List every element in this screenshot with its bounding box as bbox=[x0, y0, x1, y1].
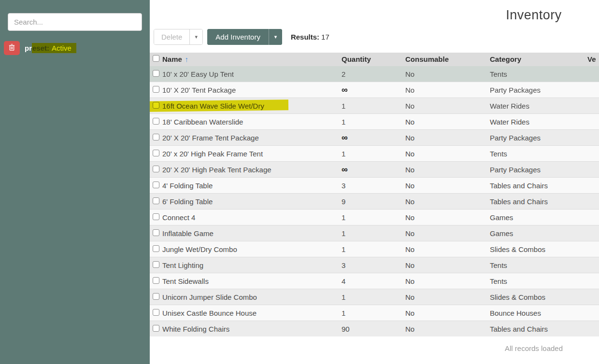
item-name: 10' X 20' Tent Package bbox=[162, 86, 342, 94]
item-quantity: 1 bbox=[342, 309, 405, 317]
table-row[interactable]: Inflatable Game 1 No Games bbox=[150, 225, 599, 241]
table-row[interactable]: Tent Lighting 3 No Tents bbox=[150, 257, 599, 273]
preset-label-rest: eset: bbox=[32, 44, 49, 52]
row-checkbox[interactable] bbox=[153, 102, 159, 109]
item-consumable: No bbox=[405, 182, 490, 190]
search-input[interactable] bbox=[8, 13, 142, 31]
table-row[interactable]: White Folding Chairs 90 No Tables and Ch… bbox=[150, 321, 599, 336]
table-row[interactable]: Jungle Wet/Dry Combo 1 No Slides & Combo… bbox=[150, 241, 599, 257]
row-checkbox[interactable] bbox=[153, 229, 159, 236]
delete-dropdown-caret[interactable]: ▾ bbox=[189, 29, 202, 44]
select-all-checkbox[interactable] bbox=[153, 55, 159, 62]
item-category: Party Packages bbox=[490, 134, 587, 142]
item-quantity: 1 bbox=[342, 245, 405, 253]
add-inventory-split-button: Add Inventory ▾ bbox=[207, 29, 282, 45]
results-label: Results: bbox=[291, 33, 319, 41]
table-row[interactable]: 20' X 20' Frame Tent Package ∞ No Party … bbox=[150, 129, 599, 145]
add-inventory-button[interactable]: Add Inventory bbox=[207, 29, 269, 45]
row-checkbox[interactable] bbox=[153, 182, 159, 188]
item-category: Party Packages bbox=[490, 166, 587, 174]
sidebar: preset:Active bbox=[0, 0, 150, 364]
app-window: preset:Active Inventory Delete ▾ Add Inv… bbox=[0, 0, 599, 364]
main-panel: Inventory Delete ▾ Add Inventory ▾ Resul… bbox=[150, 0, 599, 364]
table-row[interactable]: 4' Folding Table 3 No Tables and Chairs bbox=[150, 177, 599, 193]
row-checkbox[interactable] bbox=[153, 245, 159, 252]
item-quantity: ∞ bbox=[342, 133, 405, 143]
item-consumable: No bbox=[405, 277, 490, 285]
item-name: Tent Sidewalls bbox=[162, 277, 342, 285]
row-checkbox[interactable] bbox=[153, 309, 159, 316]
table-row[interactable]: 10' X 20' Tent Package ∞ No Party Packag… bbox=[150, 82, 599, 98]
column-header-consumable[interactable]: Consumable bbox=[405, 55, 490, 63]
row-checkbox[interactable] bbox=[153, 134, 159, 140]
item-name: Unisex Castle Bounce House bbox=[162, 309, 342, 317]
item-name: White Folding Chairs bbox=[162, 325, 342, 333]
table-row[interactable]: Connect 4 1 No Games bbox=[150, 209, 599, 225]
table-row[interactable]: 20' x 20' High Peak Frame Tent 1 No Tent… bbox=[150, 145, 599, 161]
item-name: 20' X 20' High Peak Tent Package bbox=[162, 166, 342, 174]
row-checkbox[interactable] bbox=[153, 150, 159, 156]
item-quantity: 9 bbox=[342, 197, 405, 206]
item-category: Tables and Chairs bbox=[490, 197, 587, 206]
item-name: Tent Lighting bbox=[162, 261, 342, 269]
row-checkbox[interactable] bbox=[153, 118, 159, 125]
item-consumable: No bbox=[405, 118, 490, 126]
results-count: Results:17 bbox=[291, 33, 329, 41]
table-row[interactable]: 10' x 20' Easy Up Tent 2 No Tents bbox=[150, 66, 599, 82]
item-consumable: No bbox=[405, 166, 490, 174]
item-consumable: No bbox=[405, 70, 490, 78]
item-quantity: 3 bbox=[342, 261, 405, 269]
table-row[interactable]: 16ft Ocean Wave Slide Wet/Dry 1 No Water… bbox=[150, 98, 599, 113]
row-checkbox[interactable] bbox=[153, 86, 159, 93]
item-name: Jungle Wet/Dry Combo bbox=[162, 245, 342, 253]
row-checkbox[interactable] bbox=[153, 70, 159, 77]
item-name: 20' x 20' High Peak Frame Tent bbox=[162, 150, 342, 158]
table-row[interactable]: Tent Sidewalls 4 No Tents bbox=[150, 273, 599, 289]
table-row[interactable]: Unisex Castle Bounce House 1 No Bounce H… bbox=[150, 305, 599, 321]
column-label-name: Name bbox=[162, 55, 182, 63]
row-checkbox[interactable] bbox=[153, 213, 159, 220]
row-checkbox[interactable] bbox=[153, 277, 159, 284]
preset-delete-button[interactable] bbox=[4, 41, 20, 55]
item-quantity: 1 bbox=[342, 293, 405, 301]
row-checkbox[interactable] bbox=[153, 293, 159, 300]
item-consumable: No bbox=[405, 229, 490, 238]
item-category: Water Rides bbox=[490, 102, 587, 110]
row-checkbox[interactable] bbox=[153, 166, 159, 172]
item-name: 10' x 20' Easy Up Tent bbox=[162, 70, 342, 78]
table-row[interactable]: Unicorn Jumper Slide Combo 1 No Slides &… bbox=[150, 289, 599, 305]
item-quantity: ∞ bbox=[342, 85, 405, 95]
column-header-name[interactable]: Name ↑ bbox=[162, 55, 342, 63]
item-category: Bounce Houses bbox=[490, 309, 587, 317]
item-category: Tents bbox=[490, 277, 587, 285]
item-quantity: 1 bbox=[342, 229, 405, 238]
delete-button[interactable]: Delete bbox=[154, 29, 189, 44]
item-quantity: 1 bbox=[342, 150, 405, 158]
item-consumable: No bbox=[405, 102, 490, 110]
item-name: 6' Folding Table bbox=[162, 197, 342, 206]
item-category: Party Packages bbox=[490, 86, 587, 94]
column-header-category[interactable]: Category bbox=[490, 55, 587, 63]
table-row[interactable]: 20' X 20' High Peak Tent Package ∞ No Pa… bbox=[150, 161, 599, 177]
preset-filter-row: preset:Active bbox=[4, 41, 150, 55]
item-category: Games bbox=[490, 213, 587, 222]
item-consumable: No bbox=[405, 309, 490, 317]
add-inventory-dropdown-caret[interactable]: ▾ bbox=[269, 29, 282, 45]
table-row[interactable]: 18' Caribbean Waterslide 1 No Water Ride… bbox=[150, 113, 599, 129]
column-header-quantity[interactable]: Quantity bbox=[342, 55, 405, 63]
item-quantity: 3 bbox=[342, 182, 405, 190]
item-quantity: 2 bbox=[342, 70, 405, 78]
item-name: Unicorn Jumper Slide Combo bbox=[162, 293, 342, 301]
row-checkbox[interactable] bbox=[153, 325, 159, 332]
column-header-vendors-truncated[interactable]: Ve bbox=[587, 55, 599, 63]
item-category: Games bbox=[490, 229, 587, 238]
table-row[interactable]: 6' Folding Table 9 No Tables and Chairs bbox=[150, 193, 599, 209]
item-category: Water Rides bbox=[490, 118, 587, 126]
item-category: Tents bbox=[490, 150, 587, 158]
row-checkbox[interactable] bbox=[153, 197, 159, 204]
item-category: Tents bbox=[490, 261, 587, 269]
item-consumable: No bbox=[405, 245, 490, 253]
inventory-table: Name ↑ Quantity Consumable Category Ve 1… bbox=[150, 53, 599, 336]
row-checkbox[interactable] bbox=[153, 261, 159, 268]
item-quantity: 1 bbox=[342, 213, 405, 222]
